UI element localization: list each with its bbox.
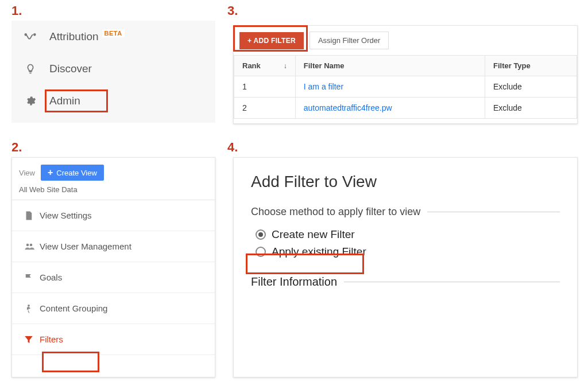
highlight-admin — [45, 89, 108, 112]
menu-user-management[interactable]: View User Management — [12, 231, 215, 262]
highlight-filters — [42, 352, 99, 372]
funnel-icon — [24, 334, 40, 345]
sort-down-icon: ↓ — [284, 62, 287, 70]
col-rank[interactable]: Rank↓ — [234, 56, 296, 76]
table-row: 1 I am a filter Exclude — [234, 76, 577, 98]
divider — [427, 212, 560, 212]
divider — [344, 282, 560, 282]
menu-goals-label: Goals — [40, 272, 62, 282]
nav-admin[interactable]: Admin — [11, 85, 215, 117]
nav-attribution[interactable]: Attribution BETA — [11, 21, 215, 53]
highlight-add-filter — [233, 25, 308, 52]
menu-content-grouping[interactable]: Content Grouping — [12, 293, 215, 324]
col-filter-type[interactable]: Filter Type — [485, 56, 577, 76]
nav-attribution-label: Attribution — [49, 30, 99, 43]
filter-info-label: Filter Information — [251, 275, 337, 289]
document-icon — [24, 211, 40, 221]
users-icon — [24, 241, 40, 252]
gear-icon — [22, 95, 39, 107]
step-4-label: 4. — [227, 140, 238, 155]
attribution-icon — [22, 30, 39, 43]
menu-content-grouping-label: Content Grouping — [40, 303, 107, 313]
filter-link[interactable]: I am a filter — [304, 82, 343, 91]
flag-icon — [24, 272, 40, 283]
panel-1-admin-nav: Attribution BETA Discover Admin — [11, 21, 215, 123]
view-label: View — [19, 169, 35, 177]
cell-rank: 2 — [234, 98, 296, 119]
choose-method-label: Choose method to apply filter to view — [251, 206, 420, 218]
svg-point-4 — [28, 304, 30, 306]
svg-point-1 — [25, 34, 26, 36]
beta-badge: BETA — [102, 29, 125, 37]
plus-icon: + — [48, 168, 53, 177]
filter-link[interactable]: automatedtraffic4free.pw — [304, 103, 392, 112]
lightbulb-icon — [22, 63, 39, 75]
assign-filter-order-button[interactable]: Assign Filter Order — [310, 32, 389, 49]
create-view-button[interactable]: + Create View — [41, 165, 104, 181]
highlight-create-new — [246, 254, 364, 274]
panel-2-view-menu: View + Create View All Web Site Data Vie… — [11, 157, 215, 377]
radio-create-new[interactable]: Create new Filter — [256, 228, 560, 241]
menu-goals[interactable]: Goals — [12, 262, 215, 293]
col-filter-name[interactable]: Filter Name — [295, 56, 485, 76]
table-row: 2 automatedtraffic4free.pw Exclude — [234, 98, 577, 119]
nav-discover[interactable]: Discover — [11, 53, 215, 85]
menu-filters-label: Filters — [40, 334, 63, 344]
cell-type: Exclude — [485, 76, 577, 98]
cell-type: Exclude — [485, 98, 577, 119]
view-subtitle: All Web Site Data — [12, 185, 215, 200]
person-walk-icon — [24, 303, 40, 314]
menu-view-settings[interactable]: View Settings — [12, 200, 215, 231]
create-view-label: Create View — [56, 169, 97, 177]
menu-view-settings-label: View Settings — [40, 211, 92, 220]
step-1-label: 1. — [11, 3, 22, 18]
svg-point-0 — [34, 34, 36, 36]
svg-point-3 — [30, 243, 33, 246]
radio-create-label: Create new Filter — [272, 228, 355, 241]
step-3-label: 3. — [227, 3, 238, 18]
filters-table: Rank↓ Filter Name Filter Type 1 I am a f… — [234, 55, 577, 119]
menu-filters[interactable]: Filters — [12, 324, 215, 355]
radio-icon-selected — [256, 229, 266, 240]
cell-rank: 1 — [234, 76, 296, 98]
page-title: Add Filter to View — [251, 173, 560, 191]
menu-user-management-label: View User Management — [40, 241, 131, 251]
step-2-label: 2. — [11, 140, 22, 155]
nav-discover-label: Discover — [49, 63, 92, 75]
svg-point-2 — [26, 243, 29, 246]
